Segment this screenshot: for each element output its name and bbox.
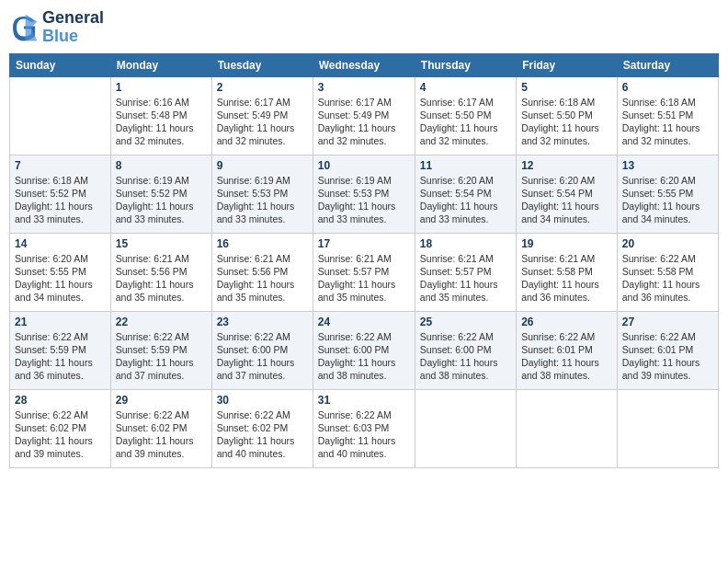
table-row: 25Sunrise: 6:22 AMSunset: 6:00 PMDayligh… bbox=[415, 311, 516, 389]
table-row: 12Sunrise: 6:20 AMSunset: 5:54 PMDayligh… bbox=[517, 155, 618, 233]
day-info: Sunrise: 6:18 AMSunset: 5:52 PMDaylight:… bbox=[15, 174, 106, 226]
table-row bbox=[10, 76, 111, 155]
table-row: 1Sunrise: 6:16 AMSunset: 5:48 PMDaylight… bbox=[110, 76, 211, 155]
table-row: 5Sunrise: 6:18 AMSunset: 5:50 PMDaylight… bbox=[517, 76, 618, 155]
col-monday: Monday bbox=[110, 53, 211, 76]
day-info: Sunrise: 6:22 AMSunset: 6:01 PMDaylight:… bbox=[521, 330, 612, 383]
table-row: 18Sunrise: 6:21 AMSunset: 5:57 PMDayligh… bbox=[415, 233, 516, 311]
table-row: 7Sunrise: 6:18 AMSunset: 5:52 PMDaylight… bbox=[10, 155, 111, 233]
table-row: 27Sunrise: 6:22 AMSunset: 6:01 PMDayligh… bbox=[617, 311, 718, 389]
table-row: 19Sunrise: 6:21 AMSunset: 5:58 PMDayligh… bbox=[517, 233, 618, 311]
table-row: 26Sunrise: 6:22 AMSunset: 6:01 PMDayligh… bbox=[517, 311, 618, 389]
day-number: 15 bbox=[116, 237, 207, 250]
day-info: Sunrise: 6:22 AMSunset: 6:00 PMDaylight:… bbox=[420, 330, 511, 383]
table-row: 17Sunrise: 6:21 AMSunset: 5:57 PMDayligh… bbox=[313, 233, 415, 311]
col-tuesday: Tuesday bbox=[211, 53, 313, 76]
day-number: 26 bbox=[521, 316, 612, 328]
day-info: Sunrise: 6:21 AMSunset: 5:56 PMDaylight:… bbox=[217, 252, 308, 304]
day-info: Sunrise: 6:22 AMSunset: 6:02 PMDaylight:… bbox=[15, 408, 106, 461]
calendar-week-row: 21Sunrise: 6:22 AMSunset: 5:59 PMDayligh… bbox=[10, 311, 719, 389]
table-row: 24Sunrise: 6:22 AMSunset: 6:00 PMDayligh… bbox=[313, 311, 415, 389]
day-info: Sunrise: 6:19 AMSunset: 5:53 PMDaylight:… bbox=[318, 174, 410, 226]
day-number: 18 bbox=[420, 237, 511, 250]
calendar-week-row: 1Sunrise: 6:16 AMSunset: 5:48 PMDaylight… bbox=[10, 76, 719, 155]
day-number: 4 bbox=[420, 81, 511, 94]
col-sunday: Sunday bbox=[10, 53, 111, 76]
calendar-table: Sunday Monday Tuesday Wednesday Thursday… bbox=[9, 53, 719, 468]
table-row: 14Sunrise: 6:20 AMSunset: 5:55 PMDayligh… bbox=[10, 233, 111, 311]
table-row: 3Sunrise: 6:17 AMSunset: 5:49 PMDaylight… bbox=[313, 76, 415, 155]
col-saturday: Saturday bbox=[617, 53, 718, 76]
day-info: Sunrise: 6:20 AMSunset: 5:54 PMDaylight:… bbox=[521, 174, 612, 226]
header: General Blue bbox=[9, 9, 719, 46]
day-info: Sunrise: 6:18 AMSunset: 5:51 PMDaylight:… bbox=[622, 96, 713, 148]
day-number: 13 bbox=[622, 159, 713, 172]
day-info: Sunrise: 6:16 AMSunset: 5:48 PMDaylight:… bbox=[116, 96, 207, 148]
logo-general: General bbox=[42, 9, 104, 28]
day-number: 6 bbox=[622, 81, 713, 94]
day-info: Sunrise: 6:22 AMSunset: 5:59 PMDaylight:… bbox=[116, 330, 207, 383]
calendar-week-row: 28Sunrise: 6:22 AMSunset: 6:02 PMDayligh… bbox=[10, 389, 719, 467]
day-number: 12 bbox=[521, 159, 612, 172]
day-info: Sunrise: 6:19 AMSunset: 5:52 PMDaylight:… bbox=[116, 174, 207, 226]
col-wednesday: Wednesday bbox=[313, 53, 415, 76]
table-row: 29Sunrise: 6:22 AMSunset: 6:02 PMDayligh… bbox=[110, 389, 211, 467]
day-info: Sunrise: 6:21 AMSunset: 5:56 PMDaylight:… bbox=[116, 252, 207, 304]
day-number: 21 bbox=[15, 316, 106, 328]
day-number: 9 bbox=[217, 159, 308, 172]
col-friday: Friday bbox=[517, 53, 618, 76]
table-row: 21Sunrise: 6:22 AMSunset: 5:59 PMDayligh… bbox=[10, 311, 111, 389]
day-number: 14 bbox=[15, 237, 106, 250]
table-row: 8Sunrise: 6:19 AMSunset: 5:52 PMDaylight… bbox=[110, 155, 211, 233]
table-row bbox=[415, 389, 516, 467]
calendar-week-row: 14Sunrise: 6:20 AMSunset: 5:55 PMDayligh… bbox=[10, 233, 719, 311]
table-row: 16Sunrise: 6:21 AMSunset: 5:56 PMDayligh… bbox=[211, 233, 313, 311]
day-number: 20 bbox=[622, 237, 713, 250]
day-info: Sunrise: 6:21 AMSunset: 5:58 PMDaylight:… bbox=[521, 252, 612, 304]
day-number: 24 bbox=[318, 316, 410, 328]
day-info: Sunrise: 6:22 AMSunset: 6:01 PMDaylight:… bbox=[622, 330, 713, 383]
day-info: Sunrise: 6:21 AMSunset: 5:57 PMDaylight:… bbox=[420, 252, 511, 304]
day-number: 25 bbox=[420, 316, 511, 328]
day-info: Sunrise: 6:20 AMSunset: 5:54 PMDaylight:… bbox=[420, 174, 511, 226]
day-info: Sunrise: 6:22 AMSunset: 5:58 PMDaylight:… bbox=[622, 252, 713, 304]
table-row: 23Sunrise: 6:22 AMSunset: 6:00 PMDayligh… bbox=[211, 311, 313, 389]
day-number: 28 bbox=[15, 394, 106, 407]
day-number: 7 bbox=[15, 159, 106, 172]
day-number: 3 bbox=[318, 81, 410, 94]
day-number: 29 bbox=[116, 394, 207, 407]
table-row: 13Sunrise: 6:20 AMSunset: 5:55 PMDayligh… bbox=[617, 155, 718, 233]
calendar-week-row: 7Sunrise: 6:18 AMSunset: 5:52 PMDaylight… bbox=[10, 155, 719, 233]
day-info: Sunrise: 6:21 AMSunset: 5:57 PMDaylight:… bbox=[318, 252, 410, 304]
day-info: Sunrise: 6:22 AMSunset: 5:59 PMDaylight:… bbox=[15, 330, 106, 383]
table-row: 10Sunrise: 6:19 AMSunset: 5:53 PMDayligh… bbox=[313, 155, 415, 233]
day-number: 27 bbox=[622, 316, 713, 328]
day-info: Sunrise: 6:20 AMSunset: 5:55 PMDaylight:… bbox=[15, 252, 106, 304]
day-number: 31 bbox=[318, 394, 410, 407]
day-info: Sunrise: 6:22 AMSunset: 6:00 PMDaylight:… bbox=[217, 330, 308, 383]
table-row bbox=[617, 389, 718, 467]
day-number: 16 bbox=[217, 237, 308, 250]
day-info: Sunrise: 6:19 AMSunset: 5:53 PMDaylight:… bbox=[217, 174, 308, 226]
logo: General Blue bbox=[9, 9, 104, 46]
table-row: 2Sunrise: 6:17 AMSunset: 5:49 PMDaylight… bbox=[211, 76, 313, 155]
table-row: 31Sunrise: 6:22 AMSunset: 6:03 PMDayligh… bbox=[313, 389, 415, 467]
day-number: 23 bbox=[217, 316, 308, 328]
table-row: 6Sunrise: 6:18 AMSunset: 5:51 PMDaylight… bbox=[617, 76, 718, 155]
day-info: Sunrise: 6:20 AMSunset: 5:55 PMDaylight:… bbox=[622, 174, 713, 226]
day-number: 8 bbox=[116, 159, 207, 172]
day-info: Sunrise: 6:22 AMSunset: 6:03 PMDaylight:… bbox=[318, 408, 410, 461]
logo-blue: Blue bbox=[42, 28, 104, 46]
day-number: 2 bbox=[217, 81, 308, 94]
day-info: Sunrise: 6:22 AMSunset: 6:02 PMDaylight:… bbox=[217, 408, 308, 461]
day-info: Sunrise: 6:22 AMSunset: 6:02 PMDaylight:… bbox=[116, 408, 207, 461]
day-number: 5 bbox=[521, 81, 612, 94]
day-info: Sunrise: 6:17 AMSunset: 5:50 PMDaylight:… bbox=[420, 96, 511, 148]
day-number: 1 bbox=[116, 81, 207, 94]
day-info: Sunrise: 6:22 AMSunset: 6:00 PMDaylight:… bbox=[318, 330, 410, 383]
table-row: 11Sunrise: 6:20 AMSunset: 5:54 PMDayligh… bbox=[415, 155, 516, 233]
calendar-header-row: Sunday Monday Tuesday Wednesday Thursday… bbox=[10, 53, 719, 76]
day-number: 19 bbox=[521, 237, 612, 250]
day-number: 17 bbox=[318, 237, 410, 250]
table-row: 28Sunrise: 6:22 AMSunset: 6:02 PMDayligh… bbox=[10, 389, 111, 467]
